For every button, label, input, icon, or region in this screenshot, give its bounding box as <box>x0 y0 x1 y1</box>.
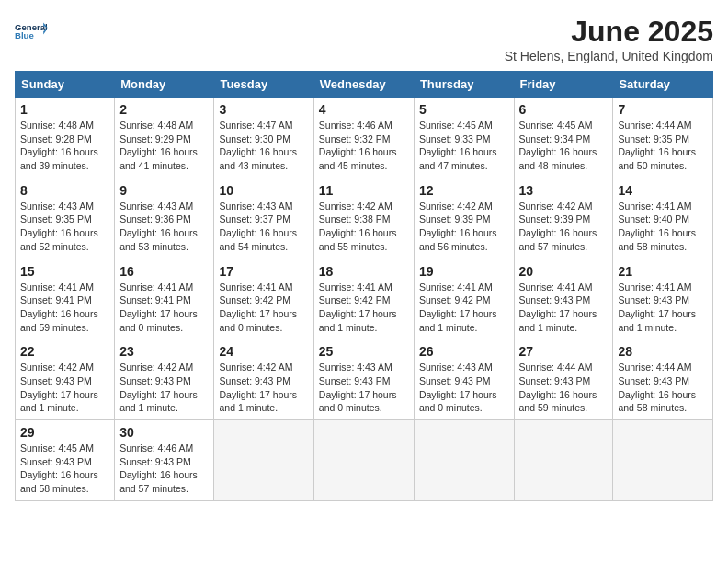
day-info: Sunrise: 4:44 AMSunset: 9:35 PMDaylight:… <box>618 119 708 173</box>
day-number: 9 <box>119 183 209 198</box>
day-info: Sunrise: 4:43 AMSunset: 9:36 PMDaylight:… <box>119 200 209 254</box>
weekday-header-wednesday: Wednesday <box>313 72 414 98</box>
calendar-cell: 4Sunrise: 4:46 AMSunset: 9:32 PMDaylight… <box>313 98 414 178</box>
calendar-cell: 19Sunrise: 4:41 AMSunset: 9:42 PMDayligh… <box>414 259 514 339</box>
day-info: Sunrise: 4:41 AMSunset: 9:43 PMDaylight:… <box>519 281 609 335</box>
weekday-header-saturday: Saturday <box>613 72 713 98</box>
calendar-cell: 3Sunrise: 4:47 AMSunset: 9:30 PMDaylight… <box>214 98 313 178</box>
weekday-header-tuesday: Tuesday <box>214 72 313 98</box>
calendar-cell: 2Sunrise: 4:48 AMSunset: 9:29 PMDaylight… <box>115 98 214 178</box>
day-number: 29 <box>20 425 109 440</box>
calendar-cell: 21Sunrise: 4:41 AMSunset: 9:43 PMDayligh… <box>613 259 713 339</box>
week-row-2: 8Sunrise: 4:43 AMSunset: 9:35 PMDaylight… <box>16 178 713 259</box>
calendar-cell: 22Sunrise: 4:42 AMSunset: 9:43 PMDayligh… <box>16 339 115 420</box>
calendar-cell: 16Sunrise: 4:41 AMSunset: 9:41 PMDayligh… <box>115 259 214 339</box>
day-number: 12 <box>419 183 509 198</box>
day-info: Sunrise: 4:43 AMSunset: 9:37 PMDaylight:… <box>219 200 308 254</box>
month-title: June 2025 <box>505 15 713 49</box>
calendar-cell: 12Sunrise: 4:42 AMSunset: 9:39 PMDayligh… <box>414 178 514 259</box>
day-info: Sunrise: 4:42 AMSunset: 9:43 PMDaylight:… <box>219 361 308 415</box>
calendar-cell: 27Sunrise: 4:44 AMSunset: 9:43 PMDayligh… <box>514 339 613 420</box>
calendar-cell: 30Sunrise: 4:46 AMSunset: 9:43 PMDayligh… <box>115 420 214 501</box>
day-number: 24 <box>219 344 308 359</box>
day-number: 14 <box>618 183 708 198</box>
day-info: Sunrise: 4:48 AMSunset: 9:29 PMDaylight:… <box>119 119 209 173</box>
weekday-header-monday: Monday <box>115 72 214 98</box>
day-info: Sunrise: 4:48 AMSunset: 9:28 PMDaylight:… <box>20 119 109 173</box>
calendar-cell <box>214 420 313 501</box>
day-number: 22 <box>20 344 109 359</box>
calendar-cell: 17Sunrise: 4:41 AMSunset: 9:42 PMDayligh… <box>214 259 313 339</box>
calendar-cell: 6Sunrise: 4:45 AMSunset: 9:34 PMDaylight… <box>514 98 613 178</box>
calendar-cell: 14Sunrise: 4:41 AMSunset: 9:40 PMDayligh… <box>613 178 713 259</box>
day-number: 6 <box>519 102 609 117</box>
day-info: Sunrise: 4:43 AMSunset: 9:35 PMDaylight:… <box>20 200 109 254</box>
day-info: Sunrise: 4:44 AMSunset: 9:43 PMDaylight:… <box>519 361 609 415</box>
week-row-5: 29Sunrise: 4:45 AMSunset: 9:43 PMDayligh… <box>16 420 713 501</box>
logo: General Blue <box>15 15 48 48</box>
day-info: Sunrise: 4:41 AMSunset: 9:42 PMDaylight:… <box>419 281 509 335</box>
day-number: 16 <box>119 264 209 279</box>
weekday-header-thursday: Thursday <box>414 72 514 98</box>
day-info: Sunrise: 4:43 AMSunset: 9:43 PMDaylight:… <box>419 361 509 415</box>
calendar-cell: 26Sunrise: 4:43 AMSunset: 9:43 PMDayligh… <box>414 339 514 420</box>
day-info: Sunrise: 4:41 AMSunset: 9:42 PMDaylight:… <box>319 281 409 335</box>
day-number: 21 <box>618 264 708 279</box>
day-number: 30 <box>119 425 209 440</box>
day-number: 4 <box>319 102 409 117</box>
calendar-table: SundayMondayTuesdayWednesdayThursdayFrid… <box>15 71 713 501</box>
day-number: 3 <box>219 102 308 117</box>
calendar-cell <box>613 420 713 501</box>
day-info: Sunrise: 4:42 AMSunset: 9:38 PMDaylight:… <box>319 200 409 254</box>
day-info: Sunrise: 4:46 AMSunset: 9:32 PMDaylight:… <box>319 119 409 173</box>
day-info: Sunrise: 4:44 AMSunset: 9:43 PMDaylight:… <box>618 361 708 415</box>
day-number: 26 <box>419 344 509 359</box>
weekday-header-row: SundayMondayTuesdayWednesdayThursdayFrid… <box>16 72 713 98</box>
calendar-cell: 13Sunrise: 4:42 AMSunset: 9:39 PMDayligh… <box>514 178 613 259</box>
calendar-cell: 24Sunrise: 4:42 AMSunset: 9:43 PMDayligh… <box>214 339 313 420</box>
calendar-cell: 23Sunrise: 4:42 AMSunset: 9:43 PMDayligh… <box>115 339 214 420</box>
day-number: 5 <box>419 102 509 117</box>
day-number: 25 <box>319 344 409 359</box>
day-number: 10 <box>219 183 308 198</box>
calendar-cell: 18Sunrise: 4:41 AMSunset: 9:42 PMDayligh… <box>313 259 414 339</box>
weekday-header-friday: Friday <box>514 72 613 98</box>
calendar-cell: 20Sunrise: 4:41 AMSunset: 9:43 PMDayligh… <box>514 259 613 339</box>
day-number: 23 <box>119 344 209 359</box>
calendar-cell: 1Sunrise: 4:48 AMSunset: 9:28 PMDaylight… <box>16 98 115 178</box>
calendar-cell: 28Sunrise: 4:44 AMSunset: 9:43 PMDayligh… <box>613 339 713 420</box>
day-info: Sunrise: 4:41 AMSunset: 9:41 PMDaylight:… <box>119 281 209 335</box>
day-info: Sunrise: 4:41 AMSunset: 9:40 PMDaylight:… <box>618 200 708 254</box>
day-info: Sunrise: 4:43 AMSunset: 9:43 PMDaylight:… <box>319 361 409 415</box>
calendar-cell: 29Sunrise: 4:45 AMSunset: 9:43 PMDayligh… <box>16 420 115 501</box>
day-number: 8 <box>20 183 109 198</box>
day-number: 2 <box>119 102 209 117</box>
location-title: St Helens, England, United Kingdom <box>505 49 713 63</box>
day-number: 20 <box>519 264 609 279</box>
day-info: Sunrise: 4:41 AMSunset: 9:43 PMDaylight:… <box>618 281 708 335</box>
day-info: Sunrise: 4:46 AMSunset: 9:43 PMDaylight:… <box>119 442 209 496</box>
week-row-3: 15Sunrise: 4:41 AMSunset: 9:41 PMDayligh… <box>16 259 713 339</box>
calendar-cell: 7Sunrise: 4:44 AMSunset: 9:35 PMDaylight… <box>613 98 713 178</box>
day-number: 19 <box>419 264 509 279</box>
day-info: Sunrise: 4:47 AMSunset: 9:30 PMDaylight:… <box>219 119 308 173</box>
logo-svg: General Blue <box>15 15 48 48</box>
day-number: 18 <box>319 264 409 279</box>
day-info: Sunrise: 4:45 AMSunset: 9:33 PMDaylight:… <box>419 119 509 173</box>
day-number: 15 <box>20 264 109 279</box>
calendar-cell <box>514 420 613 501</box>
day-info: Sunrise: 4:41 AMSunset: 9:41 PMDaylight:… <box>20 281 109 335</box>
calendar-cell: 9Sunrise: 4:43 AMSunset: 9:36 PMDaylight… <box>115 178 214 259</box>
day-info: Sunrise: 4:42 AMSunset: 9:43 PMDaylight:… <box>119 361 209 415</box>
day-number: 11 <box>319 183 409 198</box>
day-number: 1 <box>20 102 109 117</box>
day-info: Sunrise: 4:41 AMSunset: 9:42 PMDaylight:… <box>219 281 308 335</box>
page-header: General Blue June 2025 St Helens, Englan… <box>15 15 713 63</box>
calendar-cell: 15Sunrise: 4:41 AMSunset: 9:41 PMDayligh… <box>16 259 115 339</box>
svg-text:Blue: Blue <box>15 30 34 40</box>
calendar-cell <box>414 420 514 501</box>
week-row-1: 1Sunrise: 4:48 AMSunset: 9:28 PMDaylight… <box>16 98 713 178</box>
day-number: 7 <box>618 102 708 117</box>
day-number: 28 <box>618 344 708 359</box>
calendar-cell: 5Sunrise: 4:45 AMSunset: 9:33 PMDaylight… <box>414 98 514 178</box>
